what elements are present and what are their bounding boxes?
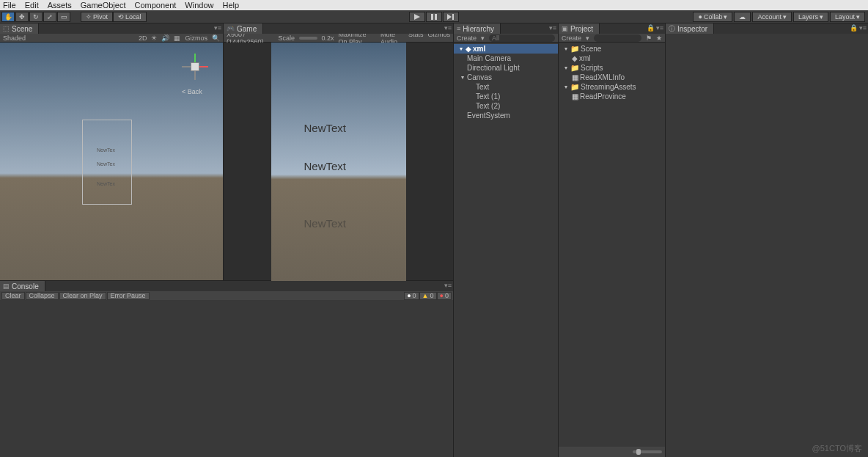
star-icon[interactable]: ★	[656, 34, 662, 42]
scene-text-2[interactable]: NewTex	[97, 181, 115, 186]
lock-icon[interactable]: 🔒	[850, 24, 858, 32]
panel-menu-icon[interactable]: ▾≡	[214, 24, 221, 32]
hierarchy-item[interactable]: Directional Light	[454, 63, 558, 73]
rect-tool[interactable]: ▭	[57, 12, 70, 22]
error-icon: ●	[440, 292, 444, 299]
inspector-body	[666, 34, 868, 457]
project-item[interactable]: ▾📁Scene	[559, 44, 665, 54]
scale-icon: ⤢	[47, 13, 53, 21]
layers-dropdown[interactable]: Layers▾	[793, 12, 828, 22]
project-footer	[559, 447, 665, 457]
collapse-toggle[interactable]: Collapse	[26, 292, 59, 300]
hierarchy-tree: ▾◆xml Main Camera Directional Light ▾Can…	[454, 43, 558, 457]
tab-project[interactable]: ▣Project	[559, 23, 600, 34]
hierarchy-item[interactable]: Text (1)	[454, 92, 558, 101]
collab-dropdown[interactable]: ●Collab▾	[693, 12, 732, 22]
project-item[interactable]: ◆xml	[559, 54, 665, 63]
clear-button[interactable]: Clear	[1, 292, 25, 300]
layout-dropdown[interactable]: Layout▾	[830, 12, 865, 22]
create-dropdown[interactable]: Create	[562, 34, 581, 42]
scene-text-0[interactable]: NewTex	[97, 147, 115, 153]
tab-game[interactable]: 🎮Game	[224, 23, 263, 34]
scene-root[interactable]: ▾◆xml	[454, 44, 558, 54]
scale-label: Scale	[279, 34, 295, 42]
menu-bar: File Edit Assets GameObject Component Wi…	[0, 0, 868, 10]
clear-on-play-toggle[interactable]: Clear on Play	[59, 292, 106, 300]
local-toggle[interactable]: ⟲Local	[113, 12, 147, 22]
filter-icon[interactable]: ⚑	[646, 34, 652, 42]
panel-menu-icon[interactable]: ▾≡	[549, 24, 556, 32]
menu-window[interactable]: Window	[185, 1, 213, 10]
scene-viewport[interactable]: < Back NewTex NewTex NewTex	[0, 43, 223, 280]
svg-rect-2	[435, 14, 437, 20]
tab-hierarchy[interactable]: ≡Hierarchy	[454, 23, 501, 34]
cloud-button[interactable]: ☁	[734, 12, 751, 22]
panel-menu-icon[interactable]: ▾≡	[859, 24, 867, 32]
project-item[interactable]: ▦ReadXMLInfo	[559, 73, 665, 82]
light-toggle-icon[interactable]: ☀	[151, 34, 157, 42]
step-button[interactable]	[443, 12, 459, 22]
search-icon[interactable]: 🔍	[212, 34, 220, 42]
folder-icon: 📁	[570, 64, 579, 72]
account-dropdown[interactable]: Account▾	[752, 12, 792, 22]
chevron-down-icon: ▾	[820, 13, 823, 21]
cloud-icon: ☁	[739, 13, 746, 21]
hierarchy-item[interactable]: Text (2)	[454, 101, 558, 111]
lock-icon[interactable]: 🔒	[647, 24, 655, 32]
play-button[interactable]	[409, 12, 425, 22]
svg-rect-4	[452, 14, 454, 20]
scale-tool[interactable]: ⤢	[43, 12, 56, 22]
menu-assets[interactable]: Assets	[48, 1, 72, 10]
menu-file[interactable]: File	[3, 1, 16, 10]
tab-scene[interactable]: ⬚Scene	[0, 23, 39, 34]
tab-console[interactable]: ▤Console	[0, 281, 45, 291]
hierarchy-item[interactable]: Main Camera	[454, 54, 558, 63]
file-icon: ▦	[572, 92, 578, 100]
menu-component[interactable]: Component	[134, 1, 176, 10]
panel-menu-icon[interactable]: ▾≡	[444, 282, 452, 289]
project-item[interactable]: ▾📁Scripts	[559, 63, 665, 73]
create-dropdown[interactable]: Create	[457, 34, 477, 42]
toggle-2d[interactable]: 2D	[139, 34, 147, 42]
warn-count[interactable]: ▲0	[419, 292, 437, 300]
audio-toggle-icon[interactable]: 🔊	[161, 34, 169, 42]
console-body[interactable]	[0, 300, 453, 457]
move-tool[interactable]: ✥	[15, 12, 29, 22]
project-item[interactable]: ▦ReadProvince	[559, 92, 665, 101]
unity-icon: ◆	[466, 45, 471, 53]
project-item[interactable]: ▾📁StreamingAssets	[559, 82, 665, 92]
error-pause-toggle[interactable]: Error Pause	[107, 292, 150, 300]
menu-gameobject[interactable]: GameObject	[81, 1, 126, 10]
rotate-tool[interactable]: ↻	[29, 12, 43, 22]
inspector-icon: ⓘ	[669, 24, 675, 34]
info-count[interactable]: ●0	[404, 292, 419, 300]
scene-toolbar: Shaded 2D ☀ 🔊 ▦ Gizmos 🔍	[0, 34, 223, 43]
pivot-icon: ✧	[86, 13, 92, 21]
menu-help[interactable]: Help	[222, 1, 239, 10]
hand-tool[interactable]: ✋	[1, 12, 15, 22]
tab-inspector[interactable]: ⓘInspector	[666, 23, 714, 34]
game-screen[interactable]: NewText NewText NewText	[271, 43, 406, 282]
fx-toggle-icon[interactable]: ▦	[174, 34, 180, 42]
hierarchy-item[interactable]: Text	[454, 82, 558, 92]
warn-icon: ▲	[422, 292, 429, 299]
panel-menu-icon[interactable]: ▾≡	[656, 24, 663, 32]
project-search[interactable]	[594, 34, 641, 42]
hierarchy-item[interactable]: EventSystem	[454, 111, 558, 120]
pause-button[interactable]	[426, 12, 442, 22]
scene-text-1[interactable]: NewTex	[97, 161, 115, 167]
scale-slider[interactable]	[299, 37, 317, 40]
pivot-toggle[interactable]: ✧Pivot	[81, 12, 113, 22]
hierarchy-item[interactable]: ▾Canvas	[454, 73, 558, 82]
main-area: ⬚Scene ▾≡ Shaded 2D ☀ 🔊 ▦ Gizmos 🔍	[0, 23, 868, 457]
orientation-gizmo[interactable]	[182, 54, 208, 80]
icon-size-slider[interactable]	[633, 450, 662, 453]
game-text-1: NewText	[304, 160, 347, 172]
shading-dropdown[interactable]: Shaded	[3, 34, 26, 42]
menu-edit[interactable]: Edit	[25, 1, 39, 10]
persp-label[interactable]: < Back	[182, 88, 202, 95]
error-count[interactable]: ●0	[437, 292, 452, 300]
hierarchy-search[interactable]: All	[489, 34, 555, 42]
panel-menu-icon[interactable]: ▾≡	[444, 24, 452, 32]
gizmos-dropdown[interactable]: Gizmos	[185, 34, 207, 42]
